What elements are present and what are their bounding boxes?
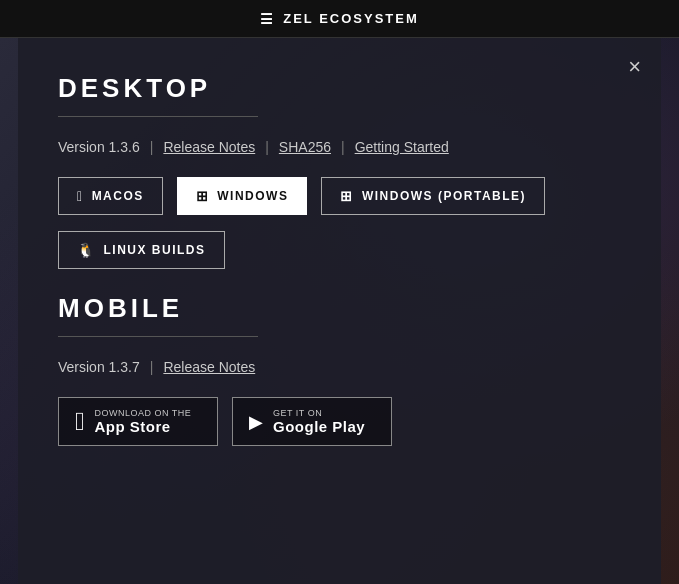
sep3: | <box>341 139 345 155</box>
windows-label: WINDOWS <box>217 189 288 203</box>
desktop-title: DESKTOP <box>58 73 621 104</box>
brand: ☰ ZEL ECOSYSTEM <box>260 11 419 27</box>
desktop-divider <box>58 116 258 117</box>
apple-store-icon:  <box>75 406 85 437</box>
app-store-badge[interactable]:  Download on the App Store <box>58 397 218 446</box>
desktop-section: DESKTOP Version 1.3.6 | Release Notes | … <box>58 73 621 269</box>
download-modal: × DESKTOP Version 1.3.6 | Release Notes … <box>18 38 661 584</box>
linux-button-row: 🐧 LINUX BUILDS <box>58 231 621 269</box>
sep2: | <box>265 139 269 155</box>
brand-name: ZEL ECOSYSTEM <box>283 11 419 26</box>
app-store-text: Download on the App Store <box>95 408 192 435</box>
windows-icon: ⊞ <box>196 188 210 204</box>
desktop-getting-started-link[interactable]: Getting Started <box>355 139 449 155</box>
apple-icon:  <box>77 188 84 204</box>
mobile-title: MOBILE <box>58 293 621 324</box>
store-badges-row:  Download on the App Store ▶ GET IT ON … <box>58 397 621 446</box>
navbar: ☰ ZEL ECOSYSTEM <box>0 0 679 38</box>
desktop-version-line: Version 1.3.6 | Release Notes | SHA256 |… <box>58 139 621 155</box>
desktop-platform-buttons:  MACOS ⊞ WINDOWS ⊞ WINDOWS (PORTABLE) <box>58 177 621 215</box>
mobile-sep1: | <box>150 359 154 375</box>
google-play-sub: GET IT ON <box>273 408 365 418</box>
app-store-sub: Download on the <box>95 408 192 418</box>
google-play-badge[interactable]: ▶ GET IT ON Google Play <box>232 397 392 446</box>
sep1: | <box>150 139 154 155</box>
mobile-section: MOBILE Version 1.3.7 | Release Notes  D… <box>58 293 621 446</box>
app-store-name: App Store <box>95 418 192 435</box>
google-play-text: GET IT ON Google Play <box>273 408 365 435</box>
mobile-divider <box>58 336 258 337</box>
desktop-sha256-link[interactable]: SHA256 <box>279 139 331 155</box>
windows-portable-icon: ⊞ <box>340 188 354 204</box>
windows-portable-label: WINDOWS (PORTABLE) <box>362 189 526 203</box>
macos-label: MACOS <box>92 189 144 203</box>
mobile-release-notes-link[interactable]: Release Notes <box>163 359 255 375</box>
linux-label: LINUX BUILDS <box>104 243 206 257</box>
windows-portable-button[interactable]: ⊞ WINDOWS (PORTABLE) <box>321 177 545 215</box>
desktop-release-notes-link[interactable]: Release Notes <box>163 139 255 155</box>
linux-button[interactable]: 🐧 LINUX BUILDS <box>58 231 225 269</box>
hamburger-icon[interactable]: ☰ <box>260 11 275 27</box>
google-play-name: Google Play <box>273 418 365 435</box>
mobile-version: Version 1.3.7 <box>58 359 140 375</box>
google-play-icon: ▶ <box>249 411 263 433</box>
linux-icon: 🐧 <box>77 242 96 258</box>
desktop-version: Version 1.3.6 <box>58 139 140 155</box>
macos-button[interactable]:  MACOS <box>58 177 163 215</box>
close-button[interactable]: × <box>628 56 641 78</box>
mobile-version-line: Version 1.3.7 | Release Notes <box>58 359 621 375</box>
windows-button[interactable]: ⊞ WINDOWS <box>177 177 308 215</box>
